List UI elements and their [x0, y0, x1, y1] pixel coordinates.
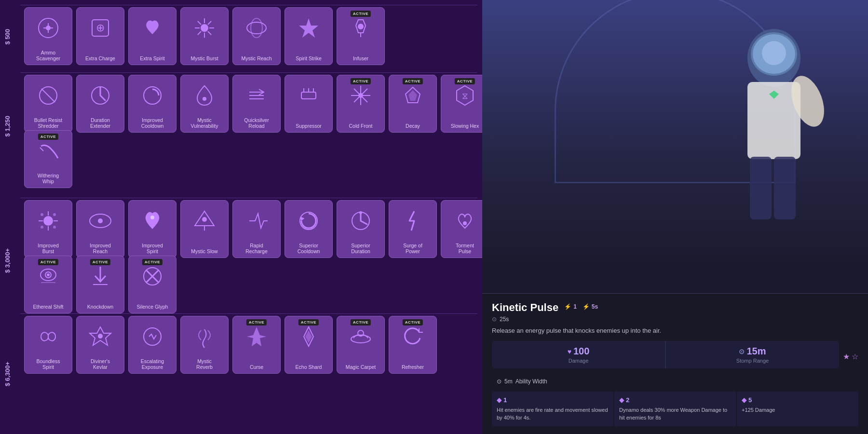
item-card-silence-glyph[interactable]: ACTIVESilence Glyph [128, 256, 176, 313]
item-icon-extra-charge: ⊕ [86, 14, 115, 42]
item-icon-duration-extender [86, 81, 115, 110]
item-icon-slowing-hex: ⧖ [450, 81, 479, 110]
item-name-quicksilver-reload: Quicksilver Reload [233, 117, 280, 129]
item-card-withering-whip[interactable]: ACTIVEWithering Whip [24, 130, 72, 188]
item-card-infuser[interactable]: ACTIVEInfuser [337, 7, 385, 65]
circle-icon-stat: ⊙ [739, 348, 745, 355]
item-name-boundless-spirit: Boundless Spirit [25, 358, 72, 370]
item-card-improved-reach[interactable]: Improved Reach [76, 200, 124, 258]
item-card-mystic-reach[interactable]: Mystic Reach [232, 7, 281, 65]
star-icon-1[interactable]: ★ [843, 352, 850, 361]
item-name-bullet-resist-shredder: Bullet Resist Shredder [25, 117, 72, 129]
svg-point-78 [762, 41, 786, 65]
ability-width-icon: ⊙ [497, 378, 502, 385]
item-card-mystic-slow[interactable]: Mystic Slow [180, 200, 229, 258]
item-card-diviners-kevlar[interactable]: Diviner's Kevlar [76, 316, 124, 374]
active-badge-curse: ACTIVE [246, 319, 267, 326]
tier-divider-1 [20, 72, 477, 73]
item-icon-superior-cooldown [294, 206, 323, 235]
item-icon-torment-pulse [450, 206, 479, 235]
item-card-ethereal-shift[interactable]: ACTIVEEthereal Shift [24, 256, 72, 313]
item-name-improved-reach: Improved Reach [77, 243, 124, 255]
tier-divider-2 [20, 198, 477, 198]
item-icon-refresher [398, 322, 427, 351]
active-badge-silence-glyph: ACTIVE [142, 259, 163, 265]
item-card-knockdown[interactable]: ACTIVEKnockdown [76, 256, 124, 313]
item-card-magic-carpet[interactable]: ACTIVEMagic Carpet [337, 316, 385, 374]
item-card-rapid-recharge[interactable]: Rapid Recharge [232, 200, 281, 258]
meta1-icon: ⚡ [564, 303, 571, 310]
character-svg [706, 19, 841, 251]
svg-point-16 [251, 18, 262, 38]
item-name-mystic-slow: Mystic Slow [181, 248, 228, 255]
item-card-extra-spirit[interactable]: Extra Spirit [128, 7, 176, 65]
svg-point-3 [46, 26, 51, 30]
item-card-spirit-strike[interactable]: Spirit Strike [285, 7, 333, 65]
item-card-escalating-exposure[interactable]: Escalating Exposure [128, 316, 176, 374]
item-icon-diviners-kevlar [86, 322, 115, 351]
item-card-superior-cooldown[interactable]: Superior Cooldown [285, 200, 333, 258]
item-card-mystic-burst[interactable]: Mystic Burst [180, 7, 229, 65]
stat-damage-label: Damage [569, 358, 589, 364]
svg-line-11 [198, 21, 201, 25]
item-icon-mystic-slow [190, 206, 219, 235]
item-card-decay[interactable]: ACTIVEDecay [389, 75, 437, 133]
item-name-echo-shard: Echo Shard [285, 364, 332, 370]
item-description: Release an energy pulse that knocks enem… [492, 326, 858, 335]
item-card-echo-shard[interactable]: ACTIVEEcho Shard [285, 316, 333, 374]
item-card-suppressor[interactable]: Suppressor [285, 75, 333, 133]
item-card-surge-of-power[interactable]: Surge of Power [389, 200, 437, 258]
stats-grid: ♥ 100 Damage ⊙ 15m Stomp Range [492, 341, 839, 368]
meta3-value: 25s [500, 316, 509, 323]
svg-point-6 [201, 24, 208, 32]
item-name-improved-cooldown: Improved Cooldown [129, 117, 176, 129]
tier-divider-3 [20, 313, 477, 314]
item-name-withering-whip: Withering Whip [25, 173, 72, 185]
item-card-improved-cooldown[interactable]: Improved Cooldown [128, 75, 176, 133]
item-card-torment-pulse[interactable]: Torment Pulse [441, 200, 482, 258]
item-meta: ⚡ 1 ⚡ 5s [564, 303, 598, 310]
active-badge-cold-front: ACTIVE [351, 78, 371, 84]
item-card-quicksilver-reload[interactable]: Quicksilver Reload [232, 75, 281, 133]
item-card-bullet-resist-shredder[interactable]: Bullet Resist Shredder [24, 75, 72, 133]
star-favorites[interactable]: ★ ☆ [843, 352, 858, 361]
item-card-mystic-vulnerability[interactable]: Mystic Vulnerability [180, 75, 229, 133]
item-name-ethereal-shift: Ethereal Shift [25, 304, 72, 310]
item-icon-spirit-strike [294, 14, 323, 42]
item-card-ammo-scavenger[interactable]: Ammo Scavenger [24, 7, 72, 65]
item-name-superior-duration: Superior Duration [337, 243, 384, 255]
svg-point-48 [53, 226, 56, 229]
item-card-improved-spirit[interactable]: Improved Spirit [128, 200, 176, 258]
item-name-magic-carpet: Magic Carpet [337, 364, 384, 370]
item-title: Kinetic Pulse ⚡ 1 ⚡ 5s [492, 301, 858, 314]
item-card-improved-burst[interactable]: Improved Burst [24, 200, 72, 258]
item-card-extra-charge[interactable]: ⊕Extra Charge [76, 7, 124, 65]
star-icon-2[interactable]: ☆ [852, 352, 858, 361]
stat-range-value: ⊙ 15m [739, 346, 766, 357]
item-icon-boundless-spirit [34, 322, 63, 351]
upgrade-1-text: Hit enemies are fire rate and movement s… [497, 407, 609, 421]
upgrade-3-text: +125 Damage [742, 407, 854, 414]
item-icon-improved-burst [34, 206, 63, 235]
item-icon-improved-cooldown [138, 81, 167, 110]
item-icon-knockdown [86, 262, 115, 291]
item-card-boundless-spirit[interactable]: Boundless Spirit [24, 316, 72, 374]
item-icon-suppressor [294, 81, 323, 110]
item-card-refresher[interactable]: ACTIVERefresher [389, 316, 437, 374]
upgrade-3: ◆ 5 +125 Damage [737, 392, 858, 426]
item-card-mystic-reverb[interactable]: Mystic Reverb [180, 316, 229, 374]
svg-line-39 [40, 148, 43, 151]
item-card-curse[interactable]: ACTIVECurse [232, 316, 281, 374]
svg-line-12 [208, 31, 211, 35]
item-icon-silence-glyph [138, 262, 167, 291]
item-card-cold-front[interactable]: ACTIVECold Front [337, 75, 385, 133]
item-card-superior-duration[interactable]: Superior Duration [337, 200, 385, 258]
item-icon-magic-carpet [346, 322, 375, 351]
item-card-slowing-hex[interactable]: ⧖ACTIVESlowing Hex [441, 75, 482, 133]
svg-point-69 [98, 334, 103, 339]
item-card-duration-extender[interactable]: Duration Extender [76, 75, 124, 133]
item-info-panel: Kinetic Pulse ⚡ 1 ⚡ 5s ⊙ 25s Release an … [482, 293, 868, 434]
stat-damage: ♥ 100 Damage [492, 341, 665, 368]
tier-label-0: $ 500 [4, 29, 11, 45]
item-name-cold-front: Cold Front [337, 123, 384, 129]
